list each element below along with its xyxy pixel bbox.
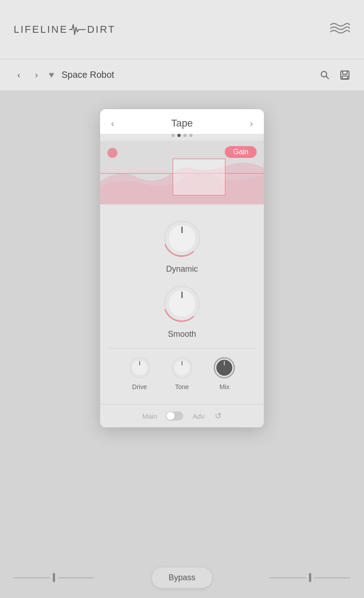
- tape-dot-4: [189, 134, 192, 137]
- main-content: ‹ Tape › Gain: [0, 91, 364, 557]
- plugin-card: ‹ Tape › Gain: [100, 109, 264, 427]
- tape-dot-3: [183, 134, 187, 137]
- mix-knob-container: Mix: [212, 356, 236, 390]
- svg-rect-3: [343, 71, 347, 74]
- mix-knob[interactable]: [212, 356, 236, 380]
- right-slider-track-1: [270, 577, 306, 578]
- left-slider-track-2: [58, 577, 94, 578]
- svg-rect-4: [342, 76, 348, 79]
- main-label: Main: [142, 412, 157, 420]
- nav-prev-button[interactable]: ‹: [14, 68, 24, 82]
- tone-label: Tone: [175, 383, 189, 390]
- waveform-display: Gain: [100, 141, 264, 204]
- right-slider[interactable]: [270, 573, 350, 582]
- logo: LIFELINE DIRT: [14, 23, 116, 36]
- dynamic-knob-container: Dynamic: [109, 218, 255, 274]
- reset-button[interactable]: ↺: [215, 411, 222, 421]
- svg-rect-6: [173, 159, 225, 195]
- tape-dots: [100, 134, 264, 141]
- toggle-thumb: [167, 412, 175, 420]
- logo-text-left: LIFELINE: [14, 24, 68, 35]
- drive-knob[interactable]: [128, 356, 152, 380]
- search-icon[interactable]: [319, 70, 330, 81]
- mix-label: Mix: [219, 383, 229, 390]
- app-header: LIFELINE DIRT: [0, 0, 364, 59]
- tape-prev-button[interactable]: ‹: [111, 118, 114, 129]
- main-adv-toggle[interactable]: [166, 411, 183, 421]
- save-icon[interactable]: [339, 70, 350, 81]
- drive-knob-container: Drive: [128, 356, 152, 390]
- power-indicator[interactable]: [107, 148, 117, 158]
- tone-knob-container: Tone: [170, 356, 194, 390]
- right-slider-thumb[interactable]: [309, 573, 311, 582]
- favorite-icon[interactable]: ♥: [49, 70, 54, 80]
- adv-label: Adv.: [192, 412, 206, 420]
- tape-next-button[interactable]: ›: [250, 118, 253, 129]
- left-slider-track-1: [14, 577, 50, 578]
- waves-logo: [329, 18, 350, 41]
- small-knobs-row: Drive Tone: [109, 348, 255, 395]
- tape-title: Tape: [171, 117, 193, 129]
- tape-dot-1: [172, 134, 175, 137]
- right-slider-track-2: [314, 577, 350, 578]
- tone-knob[interactable]: [170, 356, 194, 380]
- navbar: ‹ › ♥ Space Robot: [0, 59, 364, 91]
- nav-next-button[interactable]: ›: [31, 68, 42, 82]
- dynamic-label: Dynamic: [166, 264, 198, 274]
- ecg-icon: [69, 23, 86, 36]
- svg-line-1: [326, 76, 329, 79]
- main-controls: Dynamic Smooth: [100, 204, 264, 404]
- nav-actions: [319, 70, 350, 81]
- bottom-bar: Bypass: [0, 557, 364, 598]
- drive-label: Drive: [132, 383, 147, 390]
- card-footer: Main Adv. ↺: [100, 404, 264, 427]
- smooth-label: Smooth: [168, 329, 196, 339]
- smooth-knob[interactable]: [162, 283, 202, 324]
- logo-text-right: DIRT: [87, 24, 116, 35]
- bypass-button[interactable]: Bypass: [152, 568, 212, 588]
- dynamic-knob[interactable]: [162, 218, 202, 259]
- tape-selector-header: ‹ Tape ›: [100, 109, 264, 141]
- tape-dot-2: [177, 134, 181, 137]
- tape-selector-bar: ‹ Tape ›: [100, 109, 264, 134]
- gain-badge[interactable]: Gain: [225, 146, 257, 158]
- smooth-knob-container: Smooth: [109, 283, 255, 339]
- left-slider-thumb[interactable]: [53, 573, 55, 582]
- preset-name: Space Robot: [61, 70, 114, 80]
- left-slider[interactable]: [14, 573, 94, 582]
